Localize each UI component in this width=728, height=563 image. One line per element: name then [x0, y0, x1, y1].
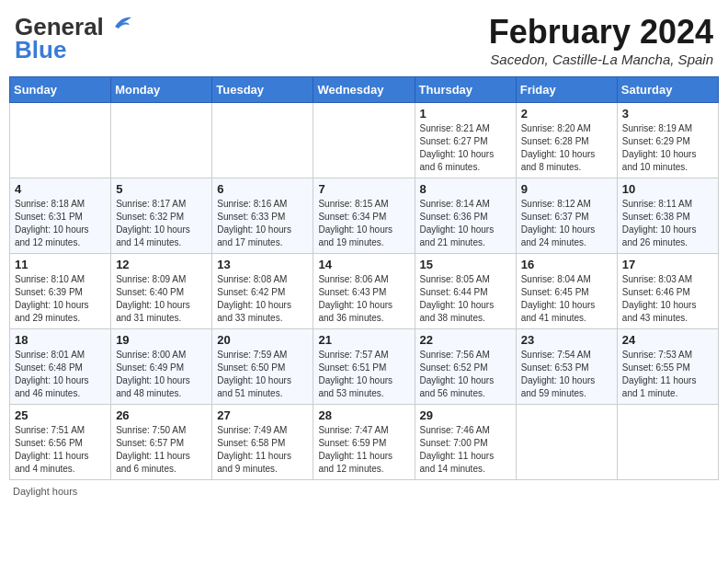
footer-note: Daylight hours: [9, 486, 719, 497]
logo: General Blue: [15, 13, 131, 64]
table-row: 29Sunrise: 7:46 AM Sunset: 7:00 PM Dayli…: [415, 405, 516, 480]
day-info: Sunrise: 8:17 AM Sunset: 6:32 PM Dayligh…: [116, 198, 207, 249]
table-row: 15Sunrise: 8:05 AM Sunset: 6:44 PM Dayli…: [415, 254, 516, 329]
table-row: 25Sunrise: 7:51 AM Sunset: 6:56 PM Dayli…: [10, 405, 111, 480]
day-number: 17: [622, 258, 713, 271]
table-row: 20Sunrise: 7:59 AM Sunset: 6:50 PM Dayli…: [212, 329, 313, 405]
table-row: 26Sunrise: 7:50 AM Sunset: 6:57 PM Dayli…: [111, 405, 212, 480]
day-number: 13: [217, 258, 308, 271]
table-row: 17Sunrise: 8:03 AM Sunset: 6:46 PM Dayli…: [617, 254, 718, 329]
calendar-body: 1Sunrise: 8:21 AM Sunset: 6:27 PM Daylig…: [10, 103, 719, 480]
day-info: Sunrise: 8:00 AM Sunset: 6:49 PM Dayligh…: [116, 349, 207, 400]
calendar-week-row: 18Sunrise: 8:01 AM Sunset: 6:48 PM Dayli…: [10, 329, 719, 405]
col-thursday: Thursday: [415, 77, 516, 103]
day-info: Sunrise: 8:16 AM Sunset: 6:33 PM Dayligh…: [217, 198, 308, 249]
table-row: 11Sunrise: 8:10 AM Sunset: 6:39 PM Dayli…: [10, 254, 111, 329]
day-info: Sunrise: 7:56 AM Sunset: 6:52 PM Dayligh…: [420, 349, 511, 400]
day-info: Sunrise: 7:51 AM Sunset: 6:56 PM Dayligh…: [15, 424, 106, 476]
table-row: 10Sunrise: 8:11 AM Sunset: 6:38 PM Dayli…: [617, 178, 718, 254]
day-number: 4: [15, 182, 106, 196]
day-number: 9: [521, 182, 612, 196]
day-info: Sunrise: 8:08 AM Sunset: 6:42 PM Dayligh…: [217, 273, 308, 325]
day-info: Sunrise: 7:47 AM Sunset: 6:59 PM Dayligh…: [318, 424, 409, 476]
calendar-week-row: 11Sunrise: 8:10 AM Sunset: 6:39 PM Dayli…: [10, 254, 719, 329]
table-row: 22Sunrise: 7:56 AM Sunset: 6:52 PM Dayli…: [415, 329, 516, 405]
day-number: 14: [318, 258, 409, 271]
day-info: Sunrise: 7:59 AM Sunset: 6:50 PM Dayligh…: [217, 349, 308, 400]
day-number: 25: [15, 408, 106, 422]
day-number: 26: [116, 408, 207, 422]
day-number: 6: [217, 182, 308, 196]
day-info: Sunrise: 8:14 AM Sunset: 6:36 PM Dayligh…: [420, 198, 511, 249]
day-number: 8: [420, 182, 511, 196]
col-sunday: Sunday: [10, 77, 111, 103]
day-number: 21: [318, 333, 409, 347]
day-info: Sunrise: 7:49 AM Sunset: 6:58 PM Dayligh…: [217, 424, 308, 476]
table-row: [10, 103, 111, 178]
day-number: 16: [521, 258, 612, 271]
table-row: 14Sunrise: 8:06 AM Sunset: 6:43 PM Dayli…: [313, 254, 415, 329]
table-row: 5Sunrise: 8:17 AM Sunset: 6:32 PM Daylig…: [111, 178, 212, 254]
day-info: Sunrise: 8:03 AM Sunset: 6:46 PM Dayligh…: [622, 273, 713, 325]
day-info: Sunrise: 8:18 AM Sunset: 6:31 PM Dayligh…: [15, 198, 106, 249]
table-row: 27Sunrise: 7:49 AM Sunset: 6:58 PM Dayli…: [212, 405, 313, 480]
table-row: 3Sunrise: 8:19 AM Sunset: 6:29 PM Daylig…: [617, 103, 718, 178]
table-row: [212, 103, 313, 178]
day-number: 2: [521, 107, 612, 121]
table-row: [617, 405, 718, 480]
day-info: Sunrise: 8:04 AM Sunset: 6:45 PM Dayligh…: [521, 273, 612, 325]
day-number: 22: [420, 333, 511, 347]
day-number: 28: [318, 408, 409, 422]
table-row: 23Sunrise: 7:54 AM Sunset: 6:53 PM Dayli…: [516, 329, 617, 405]
table-row: 19Sunrise: 8:00 AM Sunset: 6:49 PM Dayli…: [111, 329, 212, 405]
logo-bird-icon: [106, 14, 131, 34]
day-number: 29: [420, 408, 511, 422]
day-info: Sunrise: 8:21 AM Sunset: 6:27 PM Dayligh…: [420, 122, 511, 174]
day-info: Sunrise: 8:10 AM Sunset: 6:39 PM Dayligh…: [15, 273, 106, 325]
calendar-week-row: 4Sunrise: 8:18 AM Sunset: 6:31 PM Daylig…: [10, 178, 719, 254]
table-row: 2Sunrise: 8:20 AM Sunset: 6:28 PM Daylig…: [516, 103, 617, 178]
day-info: Sunrise: 7:50 AM Sunset: 6:57 PM Dayligh…: [116, 424, 207, 476]
day-info: Sunrise: 7:57 AM Sunset: 6:51 PM Dayligh…: [318, 349, 409, 400]
day-info: Sunrise: 8:12 AM Sunset: 6:37 PM Dayligh…: [521, 198, 612, 249]
day-number: 10: [622, 182, 713, 196]
table-row: 28Sunrise: 7:47 AM Sunset: 6:59 PM Dayli…: [313, 405, 415, 480]
table-row: 24Sunrise: 7:53 AM Sunset: 6:55 PM Dayli…: [617, 329, 718, 405]
day-number: 7: [318, 182, 409, 196]
day-number: 11: [15, 258, 106, 271]
col-saturday: Saturday: [617, 77, 718, 103]
table-row: [111, 103, 212, 178]
day-number: 23: [521, 333, 612, 347]
table-row: 21Sunrise: 7:57 AM Sunset: 6:51 PM Dayli…: [313, 329, 415, 405]
daylight-note: Daylight hours: [13, 486, 77, 497]
table-row: [516, 405, 617, 480]
day-info: Sunrise: 8:11 AM Sunset: 6:38 PM Dayligh…: [622, 198, 713, 249]
day-info: Sunrise: 7:53 AM Sunset: 6:55 PM Dayligh…: [622, 349, 713, 400]
day-number: 18: [15, 333, 106, 347]
table-row: 18Sunrise: 8:01 AM Sunset: 6:48 PM Dayli…: [10, 329, 111, 405]
table-row: 4Sunrise: 8:18 AM Sunset: 6:31 PM Daylig…: [10, 178, 111, 254]
day-number: 20: [217, 333, 308, 347]
calendar-week-row: 1Sunrise: 8:21 AM Sunset: 6:27 PM Daylig…: [10, 103, 719, 178]
day-info: Sunrise: 8:06 AM Sunset: 6:43 PM Dayligh…: [318, 273, 409, 325]
title-area: February 2024 Sacedon, Castille-La Manch…: [489, 13, 713, 67]
day-number: 1: [420, 107, 511, 121]
col-wednesday: Wednesday: [313, 77, 415, 103]
col-monday: Monday: [111, 77, 212, 103]
day-number: 24: [622, 333, 713, 347]
day-info: Sunrise: 8:09 AM Sunset: 6:40 PM Dayligh…: [116, 273, 207, 325]
table-row: 12Sunrise: 8:09 AM Sunset: 6:40 PM Dayli…: [111, 254, 212, 329]
day-info: Sunrise: 7:46 AM Sunset: 7:00 PM Dayligh…: [420, 424, 511, 476]
table-row: 6Sunrise: 8:16 AM Sunset: 6:33 PM Daylig…: [212, 178, 313, 254]
col-tuesday: Tuesday: [212, 77, 313, 103]
calendar-table: Sunday Monday Tuesday Wednesday Thursday…: [9, 76, 719, 480]
calendar-week-row: 25Sunrise: 7:51 AM Sunset: 6:56 PM Dayli…: [10, 405, 719, 480]
day-number: 3: [622, 107, 713, 121]
day-number: 27: [217, 408, 308, 422]
table-row: [313, 103, 415, 178]
day-info: Sunrise: 8:05 AM Sunset: 6:44 PM Dayligh…: [420, 273, 511, 325]
table-row: 8Sunrise: 8:14 AM Sunset: 6:36 PM Daylig…: [415, 178, 516, 254]
table-row: 9Sunrise: 8:12 AM Sunset: 6:37 PM Daylig…: [516, 178, 617, 254]
table-row: 1Sunrise: 8:21 AM Sunset: 6:27 PM Daylig…: [415, 103, 516, 178]
table-row: 16Sunrise: 8:04 AM Sunset: 6:45 PM Dayli…: [516, 254, 617, 329]
